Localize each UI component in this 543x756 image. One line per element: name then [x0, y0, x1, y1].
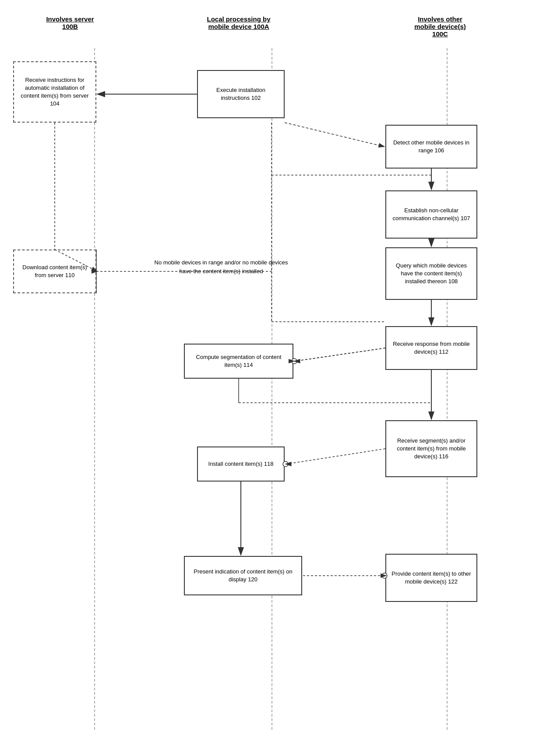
svg-line-13 [294, 348, 385, 361]
box-receive-segments: Receive segment(s) and/or content item(s… [385, 420, 477, 477]
box-execute-installation: Execute installation instructions 102 [197, 70, 285, 118]
box-compute-segmentation: Compute segmentation of content item(s) … [184, 344, 293, 379]
col-divider-left [94, 48, 95, 730]
box-download-content: Download content item(s) from server 110 [13, 250, 96, 293]
box-present-indication: Present indication of content item(s) on… [184, 556, 302, 595]
box-query-devices: Query which mobile devices have the cont… [385, 247, 477, 300]
col1-header: Involves server 100B [26, 15, 114, 30]
svg-line-16 [296, 348, 385, 361]
box-no-mobile: No mobile devices in range and/or no mob… [153, 258, 289, 275]
box-establish-channel: Establish non-cellular communication cha… [385, 190, 477, 239]
col3-header: Involves other mobile device(s) 100C [390, 15, 490, 38]
box-receive-instructions: Receive instructions for automatic insta… [13, 61, 96, 123]
col-divider-center [272, 48, 272, 730]
svg-line-22 [286, 449, 385, 464]
box-provide-content: Provide content item(s) to other mobile … [385, 554, 477, 602]
box-receive-response: Receive response from mobile device(s) 1… [385, 326, 477, 370]
col2-header: Local processing by mobile device 100A [188, 15, 289, 30]
box-install-content: Install content item(s) 118 [197, 447, 285, 482]
diagram-container: Involves server 100B Local processing by… [0, 0, 543, 756]
box-detect-devices: Detect other mobile devices in range 106 [385, 125, 477, 169]
svg-line-2 [285, 123, 384, 147]
